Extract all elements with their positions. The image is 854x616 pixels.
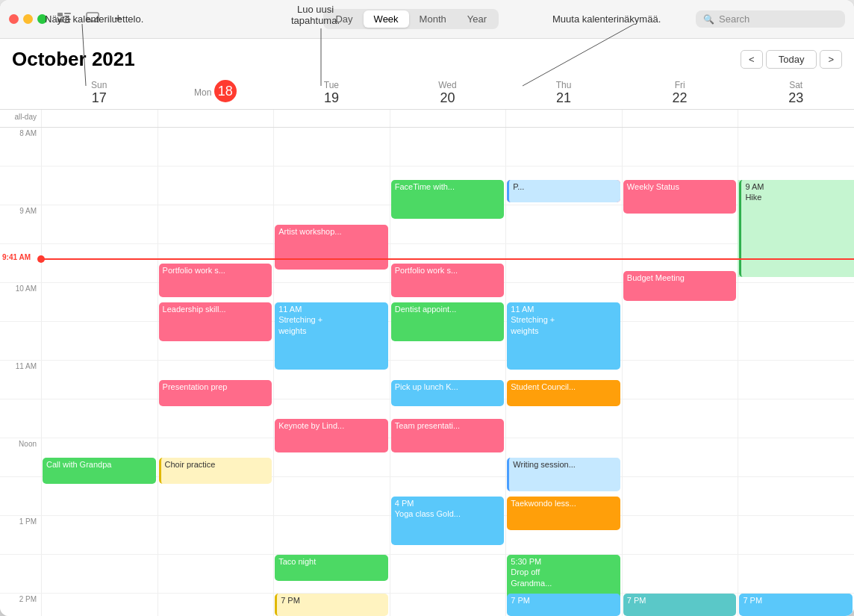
cell-row1-day0[interactable]	[41, 167, 158, 205]
svg-rect-9	[87, 13, 99, 22]
event-e15[interactable]: Pick up lunch K...	[391, 380, 505, 406]
svg-rect-6	[57, 19, 63, 22]
event-e9[interactable]: Budget Meeting	[623, 271, 737, 301]
svg-rect-8	[64, 22, 69, 23]
event-e23[interactable]: Taekwondo less...	[507, 497, 620, 530]
cell-row8-day5[interactable]	[622, 438, 738, 477]
cell-row2-day4[interactable]	[505, 205, 622, 244]
cell-row11-day1[interactable]	[158, 555, 274, 594]
tab-year[interactable]: Year	[457, 10, 497, 28]
event-e10[interactable]: Leadership skill...	[159, 302, 272, 341]
event-e18[interactable]: Team presentati...	[391, 419, 505, 452]
event-e29[interactable]: 7 PM	[739, 594, 853, 616]
cell-row9-day2[interactable]	[273, 477, 390, 516]
search-box: 🔍	[696, 10, 845, 28]
cell-row11-day0[interactable]	[41, 555, 158, 594]
event-e20[interactable]: Choir practice	[159, 458, 272, 484]
cell-row1-day1[interactable]	[158, 167, 274, 205]
event-e1[interactable]: Artist workshop...	[275, 225, 388, 270]
cell-row0-day4[interactable]	[505, 128, 622, 167]
tab-week[interactable]: Week	[364, 10, 409, 28]
time-label-11	[0, 555, 41, 594]
event-e27[interactable]: 7 PM	[507, 594, 620, 616]
maximize-button[interactable]	[37, 14, 47, 24]
tab-month[interactable]: Month	[409, 10, 457, 28]
event-e19[interactable]: Call with Grandpa	[43, 458, 156, 484]
cell-row1-day2[interactable]	[273, 167, 390, 205]
event-e14[interactable]: Presentation prep	[159, 380, 272, 406]
cell-row6-day6[interactable]	[738, 361, 854, 399]
next-button[interactable]: >	[820, 50, 842, 69]
event-e2[interactable]: FaceTime with...	[391, 180, 505, 219]
event-e26[interactable]: 7 PM	[275, 594, 388, 616]
cell-row8-day6[interactable]	[738, 438, 854, 477]
cell-row5-day6[interactable]	[738, 322, 854, 361]
view-tabs: Day Week Month Year	[323, 9, 499, 29]
cell-row11-day3[interactable]	[390, 555, 506, 594]
minimize-button[interactable]	[23, 14, 33, 24]
allday-sun	[41, 110, 158, 127]
tab-day[interactable]: Day	[325, 10, 363, 28]
event-e5[interactable]: Weekly Status	[623, 180, 737, 214]
prev-button[interactable]: <	[741, 50, 763, 69]
cell-row11-day5[interactable]	[622, 555, 738, 594]
cell-row0-day6[interactable]	[738, 128, 854, 167]
event-e17[interactable]: Keynote by Lind...	[275, 419, 388, 452]
cell-row0-day1[interactable]	[158, 128, 274, 167]
event-e4[interactable]: P...	[507, 180, 620, 202]
cell-row10-day2[interactable]	[273, 516, 390, 555]
time-grid-inner: 8 AM9 AM10 AM11 AMNoon1 PM2 PM3 PM4 PM5 …	[0, 128, 854, 616]
cell-row9-day6[interactable]	[738, 477, 854, 516]
cell-row10-day6[interactable]	[738, 516, 854, 555]
event-e21[interactable]: Writing session...	[507, 458, 620, 491]
day-header-sun: Sun 17	[41, 77, 158, 109]
cell-row12-day0[interactable]	[41, 594, 158, 616]
event-e22[interactable]: 4 PM Yoga class Gold...	[391, 497, 505, 545]
cell-row0-day3[interactable]	[390, 128, 506, 167]
add-event-button[interactable]: +	[110, 8, 127, 30]
cell-row7-day6[interactable]	[738, 399, 854, 438]
cell-row12-day3[interactable]	[390, 594, 506, 616]
event-e11[interactable]: 11 AM Stretching + weights	[275, 302, 388, 370]
search-input[interactable]	[719, 13, 838, 25]
cell-row0-day0[interactable]	[41, 128, 158, 167]
event-e12[interactable]: Dentist appoint...	[391, 302, 505, 341]
cell-row9-day5[interactable]	[622, 477, 738, 516]
time-gutter-header	[0, 77, 41, 109]
cell-row7-day0[interactable]	[41, 399, 158, 438]
nav-buttons: < Today >	[741, 50, 842, 69]
svg-rect-7	[64, 19, 71, 20]
allday-row: all-day	[0, 110, 854, 128]
titlebar: + Day Week Month Year 🔍	[0, 0, 854, 39]
event-e8[interactable]: Portfolio work s...	[391, 264, 505, 297]
cell-row0-day2[interactable]	[273, 128, 390, 167]
cell-row7-day5[interactable]	[622, 399, 738, 438]
cell-row10-day0[interactable]	[41, 516, 158, 555]
today-button[interactable]: Today	[766, 50, 817, 69]
cell-row4-day6[interactable]	[738, 283, 854, 322]
cell-row12-day1[interactable]	[158, 594, 274, 616]
calendar-list-button[interactable]	[53, 9, 75, 30]
event-e13[interactable]: 11 AM Stretching + weights	[507, 302, 620, 370]
time-label-0: 8 AM	[0, 128, 41, 167]
inbox-button[interactable]	[81, 9, 104, 30]
event-e24[interactable]: Taco night	[275, 555, 388, 581]
cell-row2-day0[interactable]	[41, 205, 158, 244]
cell-row0-day5[interactable]	[622, 128, 738, 167]
cell-row6-day0[interactable]	[41, 361, 158, 399]
cell-row3-day0[interactable]	[41, 244, 158, 283]
cell-row3-day4[interactable]	[505, 244, 622, 283]
event-e16[interactable]: Student Council...	[507, 380, 620, 406]
cell-row10-day5[interactable]	[622, 516, 738, 555]
cell-row5-day5[interactable]	[622, 322, 738, 361]
event-e28[interactable]: 7 PM	[623, 594, 737, 616]
cell-row2-day1[interactable]	[158, 205, 274, 244]
cell-row5-day0[interactable]	[41, 322, 158, 361]
cell-row4-day0[interactable]	[41, 283, 158, 322]
cell-row6-day5[interactable]	[622, 361, 738, 399]
cell-row10-day1[interactable]	[158, 516, 274, 555]
close-button[interactable]	[9, 14, 19, 24]
cell-row11-day6[interactable]	[738, 555, 854, 594]
event-e7[interactable]: Portfolio work s...	[159, 264, 272, 297]
event-e6[interactable]: 9 AM Hike	[739, 180, 853, 277]
